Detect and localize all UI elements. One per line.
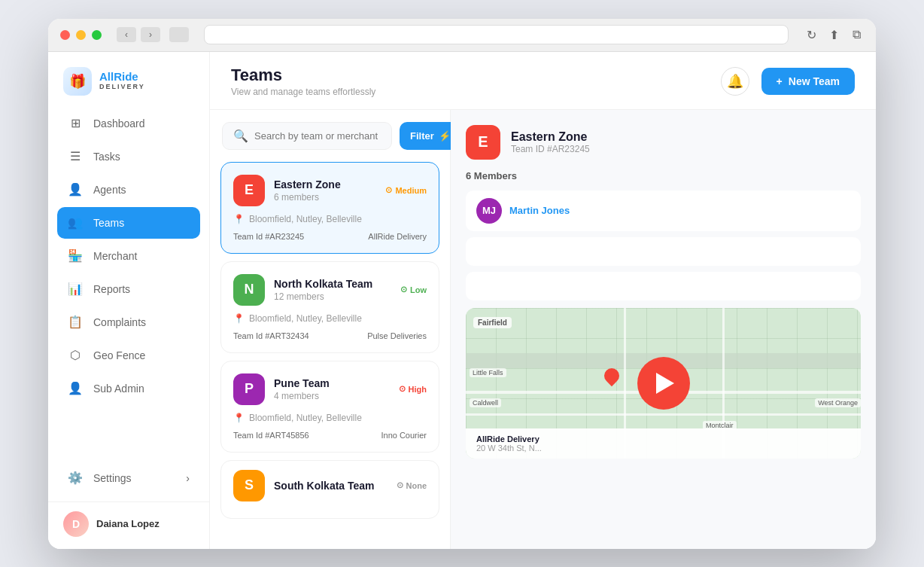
location-icon: 📍 [233, 214, 245, 224]
sidebar-user: D Daiana Lopez [48, 501, 209, 537]
page-title: Teams [231, 66, 375, 85]
avatar: D [63, 511, 89, 537]
mac-minimize-btn[interactable] [76, 30, 86, 40]
tab-icon[interactable]: ⧉ [849, 27, 864, 42]
table-row[interactable]: P Pune Team 4 members ⊙ High 📍 [220, 361, 439, 453]
sidebar-item-teams[interactable]: 👥 Teams [57, 207, 200, 239]
settings-icon: ⚙️ [68, 471, 83, 486]
team-detail-info: Eastern Zone Team ID #AR23245 [511, 130, 590, 154]
priority-icon: ⊙ [399, 384, 406, 394]
mac-back-btn[interactable]: ‹ [117, 27, 136, 42]
search-icon: 🔍 [233, 129, 248, 143]
logo-text: AllRide DELIVERY [99, 71, 145, 90]
team-name: Eastern Zone [274, 178, 376, 191]
team-avatar: P [233, 373, 265, 405]
settings-label: Settings [93, 472, 132, 484]
reload-icon[interactable]: ↻ [804, 27, 819, 42]
merchant-name: AllRide Delivery [476, 434, 850, 444]
play-icon [656, 373, 674, 394]
team-info: South Kolkata Team [274, 480, 388, 492]
priority-icon: ⊙ [400, 285, 407, 294]
sidebar-item-label: Sub Admin [93, 383, 144, 395]
sidebar-item-reports[interactable]: 📊 Reports [57, 273, 200, 305]
mac-address-bar[interactable] [204, 25, 789, 44]
geo-fence-icon: ⬡ [68, 348, 83, 363]
team-merchant: Pulse Deliveries [367, 331, 427, 340]
list-item [466, 272, 861, 300]
team-members-count: 6 members [274, 192, 376, 203]
team-id: Team Id #AR23245 [233, 232, 304, 241]
sidebar-item-label: Geo Fence [93, 349, 145, 361]
teams-list: 🔍 Filter ⚡ E Eastern Zone [210, 110, 451, 549]
sidebar-item-dashboard[interactable]: ⊞ Dashboard [57, 108, 200, 139]
sidebar-item-geo-fence[interactable]: ⬡ Geo Fence [57, 340, 200, 371]
team-priority-badge: ⊙ None [397, 480, 427, 490]
team-merchant: Inno Courier [381, 431, 427, 440]
team-location: 📍 Bloomfield, Nutley, Belleville [233, 313, 427, 324]
map-area: Fairfield Little Falls Caldwell Montclai… [466, 308, 861, 459]
table-row[interactable]: E Eastern Zone 6 members ⊙ Medium 📍 [220, 162, 439, 254]
list-item: MJ Martin Jones [466, 191, 861, 231]
team-id: Team Id #ART45856 [233, 431, 309, 440]
new-team-button[interactable]: + New Team [761, 68, 855, 95]
team-merchant: AllRide Delivery [368, 232, 427, 241]
search-bar: 🔍 Filter ⚡ [210, 110, 450, 162]
page-subtitle: View and manage teams effortlessly [231, 87, 375, 97]
sidebar-nav: ⊞ Dashboard ☰ Tasks 👤 Agents 👥 Teams 🏪 [48, 108, 209, 462]
team-name: Pune Team [274, 377, 390, 389]
priority-icon: ⊙ [397, 480, 403, 490]
search-input[interactable] [254, 130, 381, 142]
sidebar-item-settings[interactable]: ⚙️ Settings › [57, 462, 200, 494]
mac-sidebar-toggle[interactable] [169, 27, 189, 42]
team-avatar: S [233, 470, 265, 501]
sidebar-item-label: Reports [93, 283, 130, 295]
team-location: 📍 Bloomfield, Nutley, Belleville [233, 214, 427, 224]
sidebar-item-complaints[interactable]: 📋 Complaints [57, 306, 200, 338]
sidebar-item-tasks[interactable]: ☰ Tasks [57, 141, 200, 172]
main-content: Teams View and manage teams effortlessly… [210, 52, 876, 549]
team-detail-header: E Eastern Zone Team ID #AR23245 [466, 125, 861, 160]
tasks-icon: ☰ [68, 149, 83, 164]
table-row[interactable]: S South Kolkata Team ⊙ None [220, 460, 439, 519]
team-detail-id: Team ID #AR23245 [511, 144, 590, 154]
sidebar: 🎁 AllRide DELIVERY ⊞ Dashboard ☰ Tasks 👤 [48, 52, 210, 549]
team-footer: Team Id #ART32434 Pulse Deliveries [233, 331, 427, 340]
play-button[interactable] [637, 357, 690, 410]
sidebar-item-agents[interactable]: 👤 Agents [57, 174, 200, 206]
map-road [466, 413, 861, 416]
sidebar-item-sub-admin[interactable]: 👤 Sub Admin [57, 373, 200, 404]
member-name: Martin Jones [509, 205, 570, 216]
sidebar-item-label: Complaints [93, 316, 146, 328]
mac-forward-btn[interactable]: › [141, 27, 160, 42]
share-icon[interactable]: ⬆ [826, 27, 841, 42]
team-priority-badge: ⊙ High [399, 384, 427, 394]
team-avatar: N [233, 274, 265, 306]
team-name: South Kolkata Team [274, 480, 388, 492]
sidebar-item-merchant[interactable]: 🏪 Merchant [57, 240, 200, 272]
team-info: Eastern Zone 6 members [274, 178, 376, 203]
team-name: North Kolkata Team [274, 278, 391, 290]
team-location: 📍 Bloomfield, Nutley, Belleville [233, 413, 427, 423]
map-label: Little Falls [470, 368, 506, 377]
merchant-address: 20 W 34th St, N... [476, 444, 850, 453]
team-footer: Team Id #AR23245 AllRide Delivery [233, 232, 427, 241]
member-avatar: MJ [476, 198, 502, 224]
team-detail-name: Eastern Zone [511, 130, 590, 144]
team-info: North Kolkata Team 12 members [274, 278, 391, 302]
notification-button[interactable]: 🔔 [721, 67, 749, 96]
team-members-count: 12 members [274, 291, 391, 302]
team-priority-badge: ⊙ Low [400, 285, 427, 294]
teams-icon: 👥 [68, 215, 83, 230]
team-id: Team Id #ART32434 [233, 331, 309, 340]
team-footer: Team Id #ART45856 Inno Courier [233, 431, 427, 440]
sidebar-item-label: Teams [93, 217, 124, 229]
mac-titlebar: ‹ › ↻ ⬆ ⧉ [48, 19, 876, 52]
mac-close-btn[interactable] [60, 30, 70, 40]
mac-maximize-btn[interactable] [92, 30, 102, 40]
table-row[interactable]: N North Kolkata Team 12 members ⊙ Low [220, 261, 439, 353]
app-layout: 🎁 AllRide DELIVERY ⊞ Dashboard ☰ Tasks 👤 [48, 52, 876, 549]
dashboard-icon: ⊞ [68, 116, 83, 131]
priority-icon: ⊙ [385, 185, 392, 195]
filter-icon: ⚡ [439, 130, 451, 142]
sidebar-logo: 🎁 AllRide DELIVERY [48, 52, 209, 108]
